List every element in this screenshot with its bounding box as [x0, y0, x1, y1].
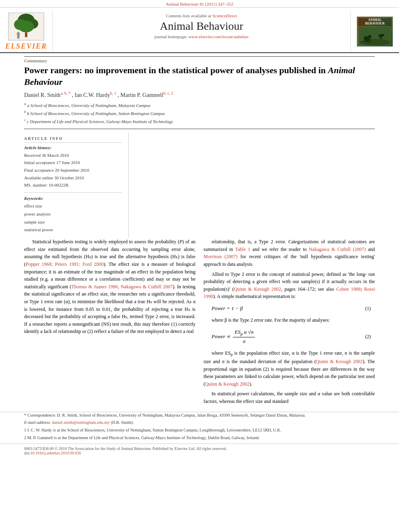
sciencedirect-line: Contents lists available at ScienceDirec…	[57, 13, 346, 18]
ab-logo-text: ANIMALBEHAVIOUR	[358, 18, 391, 26]
authors-line: Daniel R. Smitha, b, * , Ian C.W. Hardyb…	[24, 91, 375, 99]
copyright-text: 0003-3472/$38.00 © 2010 The Association …	[24, 446, 375, 451]
ref-quinn3[interactable]: Quinn & Keough 2002	[205, 381, 249, 387]
body-para-2: relationship, that is, a Type 2 error. C…	[204, 238, 375, 268]
formula-2-number: (2)	[365, 333, 375, 341]
ms-number: MS. number: 10-00222R	[24, 181, 122, 189]
available-online-date: Available online 30 October 2010	[24, 174, 122, 182]
affil-a: a a School of Biosciences, University of…	[24, 101, 375, 109]
ab-logo-box: ANIMALBEHAVIOUR	[357, 16, 393, 47]
footnote-correspondence: * Correspondence: D. R. Smith, School of…	[24, 412, 375, 419]
footnote-email: E-mail address: daniel.smith@nottingham.…	[24, 419, 375, 426]
formula-1-text: Power = 1 − β	[204, 304, 243, 312]
journal-title: Animal Behaviour	[57, 20, 346, 33]
keywords-label: Keywords:	[24, 196, 122, 201]
initial-accept-date: Initial acceptance 17 June 2010	[24, 159, 122, 166]
affil-b: b b School of Biosciences, University of…	[24, 109, 375, 117]
formula-2-block: Power ∝ ESp α √nσ (2)	[204, 328, 375, 346]
svg-rect-5	[25, 33, 27, 37]
svg-rect-13	[366, 39, 368, 42]
ref-cohen[interactable]: Cohen 1988	[336, 286, 361, 292]
doi-line: doi:10.1016/j.anbehav.2010.09.026	[24, 451, 375, 455]
svg-rect-15	[370, 39, 371, 42]
journal-homepage-link[interactable]: www.elsevier.com/locate/anbehav	[188, 34, 249, 39]
body-para-4: where β is the Type 2 error rate. For th…	[204, 316, 375, 324]
journal-header-center: Contents lists available at ScienceDirec…	[52, 11, 351, 52]
body-para-1: Statistical hypothesis testing is widely…	[24, 238, 195, 335]
keyword-2: power analysis	[24, 210, 122, 218]
formula-1-block: Power = 1 − β (1)	[204, 304, 375, 312]
svg-rect-14	[368, 39, 369, 42]
abstract-column	[129, 132, 375, 238]
two-column-layout: ARTICLE INFO Article history: Received 3…	[24, 132, 375, 238]
elsevier-tree-icon	[8, 12, 44, 41]
body-right-column: relationship, that is, a Type 2 error. C…	[204, 238, 375, 407]
body-left-column: Statistical hypothesis testing is widely…	[24, 238, 195, 407]
body-para-3: Allied to Type 2 error is the concept of…	[204, 271, 375, 300]
ref-nakagawa[interactable]: Nakagawa & Cuthill (2007)	[309, 246, 366, 252]
elsevier-brand-label: ELSEVIER	[5, 42, 47, 51]
footnotes-section: * Correspondence: D. R. Smith, School of…	[0, 412, 399, 441]
keywords-list: effect size power analysis sample size s…	[24, 202, 122, 234]
affil-c: c c Department of Life and Physical Scie…	[24, 117, 375, 125]
footnote-1: 1 I. C. W. Hardy is at the School of Bio…	[24, 427, 375, 433]
svg-point-11	[368, 35, 371, 38]
received-date: Received 30 March 2010	[24, 152, 122, 159]
svg-rect-7	[17, 35, 20, 39]
svg-rect-12	[364, 39, 366, 42]
footnote-email-address[interactable]: daniel.smith@nottingham.edu.my	[52, 420, 110, 425]
formula-2-text: Power ∝ ESp α √nσ	[204, 328, 257, 346]
journal-citation-bar: Animal Behaviour 81 (2011) 347–352	[0, 0, 399, 8]
affiliations: a a School of Biosciences, University of…	[24, 101, 375, 129]
ref-popper[interactable]: Popper 1968; Peters 1991; Ford 2000	[26, 261, 103, 267]
ref-morrison[interactable]: Morrison (2007)	[204, 254, 237, 259]
ref-table1[interactable]: Table 1	[235, 246, 251, 252]
svg-rect-20	[381, 37, 382, 39]
body-para-5: where ESp is the population effect size,…	[204, 349, 375, 388]
ab-logo-wildlife-icon	[359, 27, 391, 45]
keyword-1: effect size	[24, 202, 122, 210]
keyword-3: sample size	[24, 218, 122, 226]
body-section: Statistical hypothesis testing is widely…	[0, 238, 399, 407]
svg-rect-19	[380, 37, 380, 39]
final-accept-date: Final acceptance 20 September 2010	[24, 166, 122, 174]
ref-quinn2[interactable]: Quinn & Keough 2002	[316, 359, 363, 364]
formula-1-number: (1)	[365, 305, 375, 312]
journal-header: ELSEVIER Contents lists available at Sci…	[0, 8, 399, 53]
footnote-2: 2 M. P. Gammell is at the Department of …	[24, 435, 375, 441]
article-history-items: Received 30 March 2010 Initial acceptanc…	[24, 152, 122, 193]
section-label: Commentary	[24, 56, 375, 63]
elsevier-logo-area: ELSEVIER	[0, 11, 52, 52]
sciencedirect-link[interactable]: ScienceDirect	[212, 13, 237, 18]
svg-point-4	[19, 21, 34, 32]
ref-quinn1[interactable]: Quinn & Keough 2002	[234, 286, 281, 292]
article-history-label: Article history:	[24, 145, 122, 150]
article-info-column: ARTICLE INFO Article history: Received 3…	[24, 132, 129, 238]
copyright-bar: 0003-3472/$38.00 © 2010 The Association …	[0, 444, 399, 458]
doi-link[interactable]: 10.1016/j.anbehav.2010.09.026	[31, 451, 81, 455]
paper-section: Commentary Power rangers: no improvement…	[0, 53, 399, 238]
paper-title: Power rangers: no improvement in the sta…	[24, 65, 375, 88]
keyword-4: statistical power	[24, 226, 122, 234]
article-info-header: ARTICLE INFO	[24, 136, 122, 143]
svg-point-6	[17, 32, 20, 36]
journal-citation-text: Animal Behaviour 81 (2011) 347–352	[166, 2, 233, 6]
journal-homepage: journal homepage: www.elsevier.com/locat…	[57, 34, 346, 39]
body-para-6: In statistical power calculations, the s…	[204, 390, 375, 405]
ref-thomas[interactable]: Thomas & Juanes 1996; Nakagawa & Cuthill…	[71, 284, 173, 290]
animal-behaviour-logo-area: ANIMALBEHAVIOUR	[351, 11, 399, 52]
